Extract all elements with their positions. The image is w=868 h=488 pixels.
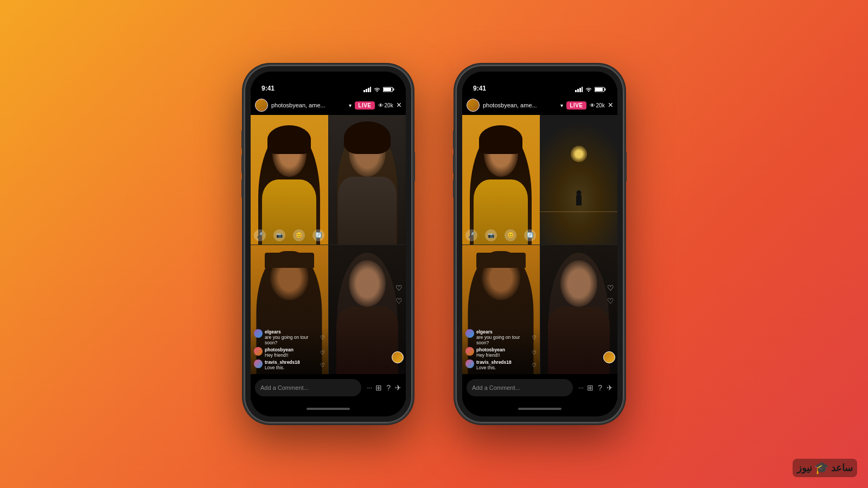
send-icon-left[interactable]: ✈ — [395, 383, 401, 392]
svg-rect-10 — [579, 88, 581, 92]
svg-rect-11 — [582, 87, 583, 92]
more-btn-right[interactable]: ··· — [578, 384, 584, 391]
comment-placeholder-left: Add a Comment... — [260, 384, 309, 391]
add-video-icon-right[interactable]: ⊞ — [587, 383, 593, 392]
home-bar-left — [307, 408, 350, 410]
heart-overlay-right: ♡ ♡ — [607, 284, 614, 305]
like-icon-1-right[interactable]: ♡ — [532, 335, 537, 341]
heart-icon-1-left[interactable]: ♡ — [395, 284, 403, 292]
video-cell-tr-right — [540, 115, 618, 245]
video-cell-tr-left — [329, 115, 406, 245]
comment-row-1-left: elgears are you going on tour soon? ♡ — [254, 329, 325, 345]
question-icon-left[interactable]: ? — [386, 383, 391, 392]
comment-text-3-right: travis_shreds18 Love this. — [476, 359, 529, 370]
comments-overlay-right: elgears are you going on tour soon? ♡ ph… — [462, 327, 540, 374]
bottom-toolbar-right: Add a Comment... ··· ⊞ ? ✈ — [462, 374, 617, 401]
avatar-circle-right — [603, 351, 615, 363]
svg-rect-1 — [366, 89, 367, 92]
bottom-toolbar-left: Add a Comment... ··· ⊞ ? ✈ — [251, 374, 406, 401]
like-icon-3-right[interactable]: ♡ — [532, 362, 537, 368]
live-content-left: photosbyean, ame... ▾ LIVE 👁 20k × — [251, 95, 406, 401]
emoji-icon-tl-left[interactable]: 😊 — [293, 229, 305, 241]
eye-icon-right: 👁 — [590, 102, 595, 108]
live-badge-left: LIVE — [355, 101, 374, 110]
video-grid-left: 🎤 📷 😊 🔄 — [251, 115, 406, 374]
status-icons-right — [575, 87, 607, 92]
add-video-icon-left[interactable]: ⊞ — [375, 383, 382, 392]
flip-icon-tl-right[interactable]: 🔄 — [524, 229, 536, 241]
silhouette-scene-right — [540, 115, 618, 245]
wifi-icon-right — [585, 87, 592, 92]
viewer-count-right: 👁 20k — [590, 102, 605, 108]
comment-input-left[interactable]: Add a Comment... — [255, 379, 361, 396]
viewer-count-left: 👁 20k — [378, 102, 393, 108]
sun-circle-right — [571, 146, 587, 162]
status-icons-left — [363, 87, 395, 92]
svg-rect-9 — [577, 89, 579, 92]
close-btn-left[interactable]: × — [397, 100, 401, 110]
live-content-right: photosbyean, ame... ▾ LIVE 👁 20k × — [462, 95, 617, 401]
mic-icon-tl-left[interactable]: 🎤 — [254, 229, 266, 241]
avatar-circle-left — [392, 351, 404, 363]
home-indicator-right — [462, 401, 617, 416]
comments-overlay-left: elgears are you going on tour soon? ♡ ph… — [251, 327, 328, 374]
watermark-hat-icon: 🎓 — [814, 461, 829, 475]
camera-icon-tl-right[interactable]: 📷 — [485, 229, 497, 241]
comment-avatar-2-left — [254, 347, 263, 356]
chevron-left[interactable]: ▾ — [349, 102, 352, 108]
host-avatar-right — [467, 99, 480, 112]
eye-icon-left: 👁 — [378, 102, 384, 108]
svg-rect-2 — [368, 88, 369, 92]
battery-icon-left — [383, 87, 395, 92]
host-avatar-left — [255, 99, 268, 112]
close-btn-right[interactable]: × — [608, 100, 613, 110]
mic-icon-tl-right[interactable]: 🎤 — [465, 229, 477, 241]
avatar-overlay-right — [603, 351, 615, 363]
comment-avatar-3-left — [254, 359, 263, 368]
wifi-icon-left — [373, 87, 381, 92]
signal-icon-right — [575, 87, 583, 92]
camera-icon-tl-left[interactable]: 📷 — [273, 229, 285, 241]
status-time-right: 9:41 — [473, 85, 486, 92]
like-icon-2-right[interactable]: ♡ — [532, 350, 537, 356]
comment-row-3-left: travis_shreds18 Love this. ♡ — [254, 359, 325, 370]
toolbar-icons-left: ⊞ ? ✈ — [375, 383, 401, 392]
video-cell-bl-right: elgears are you going on tour soon? ♡ ph… — [462, 245, 540, 375]
emoji-icon-tl-right[interactable]: 😊 — [505, 229, 516, 241]
heart-overlay-left: ♡ ♡ — [395, 284, 403, 305]
like-icon-1-left[interactable]: ♡ — [320, 335, 325, 341]
comment-placeholder-right: Add a Comment... — [472, 384, 520, 391]
comment-avatar-1-right — [465, 329, 474, 338]
username-left: photosbyean, ame... — [271, 102, 346, 108]
phone-left: 9:41 — [244, 65, 412, 423]
chevron-right-btn[interactable]: ▾ — [560, 102, 563, 108]
more-btn-left[interactable]: ··· — [367, 384, 372, 391]
svg-rect-3 — [370, 87, 371, 92]
video-cell-bl-left: elgears are you going on tour soon? ♡ ph… — [251, 245, 328, 375]
flip-icon-tl-left[interactable]: 🔄 — [312, 229, 324, 241]
live-header-right: photosbyean, ame... ▾ LIVE 👁 20k × — [462, 95, 617, 115]
watermark-text-1: نیوز — [797, 462, 812, 474]
toolbar-icons-right: ⊞ ? ✈ — [587, 383, 613, 392]
heart-icon-2-right[interactable]: ♡ — [607, 297, 614, 305]
video-cell-tl-right: 🎤 📷 😊 🔄 — [462, 115, 540, 245]
svg-point-12 — [588, 91, 589, 92]
home-bar-right — [518, 408, 561, 410]
heart-icon-1-right[interactable]: ♡ — [607, 284, 614, 292]
username-right: photosbyean, ame... — [483, 102, 557, 108]
heart-icon-2-left[interactable]: ♡ — [395, 297, 403, 305]
comment-row-1-right: elgears are you going on tour soon? ♡ — [465, 329, 537, 345]
like-icon-2-left[interactable]: ♡ — [320, 350, 325, 356]
question-icon-right[interactable]: ? — [598, 383, 602, 392]
comment-input-right[interactable]: Add a Comment... — [467, 379, 573, 396]
comment-row-2-left: photosbyean Hey friend!! ♡ — [254, 347, 325, 358]
video-cell-tl-left: 🎤 📷 😊 🔄 — [251, 115, 328, 245]
send-icon-right[interactable]: ✈ — [607, 383, 613, 392]
like-icon-3-left[interactable]: ♡ — [320, 362, 325, 368]
comment-avatar-3-right — [465, 359, 474, 368]
watermark: نیوز 🎓 ساعد — [793, 459, 857, 477]
comment-text-2-left: photosbyean Hey friend!! — [265, 347, 318, 358]
phone-screen-left: 9:41 — [251, 72, 406, 416]
svg-rect-15 — [595, 88, 603, 91]
svg-rect-7 — [384, 88, 391, 91]
